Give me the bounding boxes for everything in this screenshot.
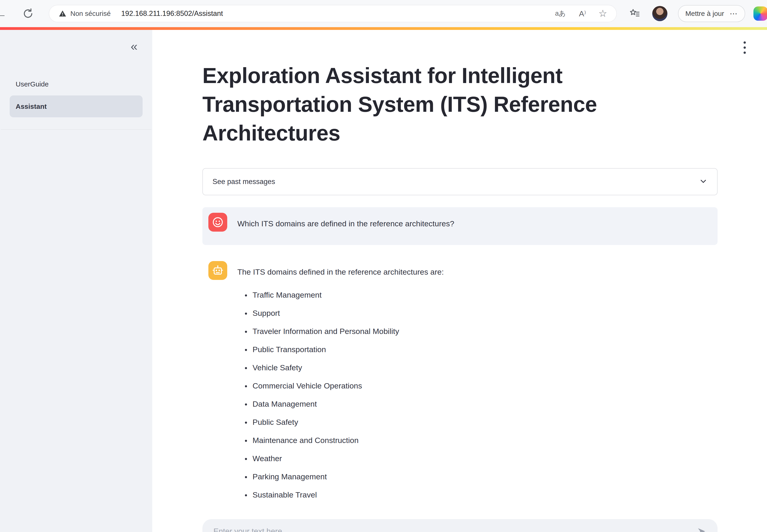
app-menu-icon[interactable] <box>744 41 746 54</box>
chat-input[interactable] <box>213 526 689 532</box>
url-text[interactable]: 192.168.211.196:8502/Assistant <box>121 9 223 18</box>
list-item: Maintenance and Construction <box>251 436 718 445</box>
list-item: Vehicle Safety <box>251 363 718 372</box>
chevron-down-icon[interactable] <box>699 177 707 186</box>
main-area: Exploration Assistant for Intelligent Tr… <box>152 30 767 532</box>
refresh-icon[interactable] <box>22 8 34 20</box>
copilot-icon[interactable] <box>753 6 767 21</box>
not-secure-icon[interactable] <box>58 9 67 18</box>
collections-icon[interactable] <box>629 8 640 19</box>
read-aloud-icon[interactable]: A) <box>579 9 586 18</box>
list-item: Sustainable Travel <box>251 490 718 499</box>
sidebar-divider <box>1 129 151 130</box>
list-item: Weather <box>251 454 718 463</box>
streamlit-decoration-bar <box>0 27 767 30</box>
list-item: Public Transportation <box>251 345 718 354</box>
sidebar-item-label: UserGuide <box>16 80 49 88</box>
list-item: Public Safety <box>251 418 718 427</box>
chat-input-container <box>202 519 718 532</box>
expander-label: See past messages <box>213 178 275 186</box>
back-icon[interactable]: ← <box>0 8 10 20</box>
past-messages-expander[interactable]: See past messages <box>202 168 718 195</box>
list-item: Traveler Information and Personal Mobili… <box>251 327 718 336</box>
sidebar-nav: UserGuide Assistant <box>0 73 152 117</box>
page-title: Exploration Assistant for Intelligent Tr… <box>202 30 708 147</box>
chat-message-user: Which ITS domains are defined in the ref… <box>202 207 718 245</box>
sidebar-item-label: Assistant <box>16 103 47 110</box>
list-item: Parking Management <box>251 472 718 481</box>
address-bar[interactable]: Non sécurisé 192.168.211.196:8502/Assist… <box>49 5 617 22</box>
send-icon[interactable] <box>696 526 707 532</box>
list-item: Traffic Management <box>251 290 718 299</box>
security-label[interactable]: Non sécurisé <box>70 10 111 17</box>
browser-update-button[interactable]: Mettre à jour ⋯ <box>678 5 745 22</box>
sidebar-item-userguide[interactable]: UserGuide <box>10 73 143 95</box>
sidebar-item-assistant[interactable]: Assistant <box>10 95 143 117</box>
list-item: Commercial Vehicle Operations <box>251 381 718 390</box>
browser-more-icon[interactable]: ⋯ <box>730 9 738 18</box>
assistant-message-intro: The ITS domains defined in the reference… <box>237 267 718 278</box>
browser-profile-avatar[interactable] <box>652 6 667 21</box>
translate-icon[interactable]: aあ <box>555 9 566 18</box>
user-message-text: Which ITS domains are defined in the ref… <box>237 218 454 232</box>
assistant-avatar-icon <box>208 261 227 280</box>
list-item: Support <box>251 309 718 318</box>
sidebar-collapse-icon[interactable]: « <box>131 40 138 52</box>
chat-message-assistant: The ITS domains defined in the reference… <box>202 261 718 509</box>
favorite-star-icon[interactable]: ☆ <box>598 9 607 18</box>
update-button-label: Mettre à jour <box>685 10 724 17</box>
browser-toolbar: ← Non sécurisé 192.168.211.196:8502/Assi… <box>0 0 767 27</box>
its-domain-list: Traffic Management Support Traveler Info… <box>237 290 718 499</box>
user-avatar-icon <box>208 213 227 232</box>
sidebar: « UserGuide Assistant <box>0 30 152 532</box>
content-container: Exploration Assistant for Intelligent Tr… <box>202 30 718 532</box>
assistant-message-body: The ITS domains defined in the reference… <box>237 261 718 509</box>
list-item: Data Management <box>251 400 718 408</box>
app-window: « UserGuide Assistant Exploration Assist… <box>0 30 767 532</box>
